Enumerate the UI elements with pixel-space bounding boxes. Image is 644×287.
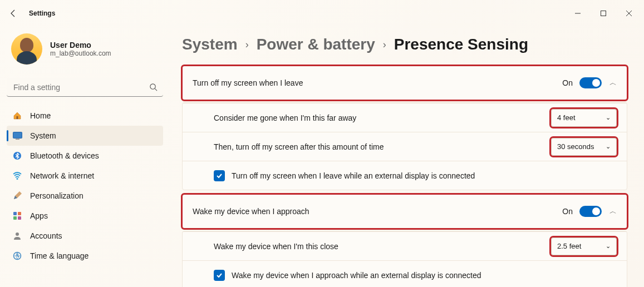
breadcrumb-power[interactable]: Power & battery: [257, 36, 375, 53]
maximize-button[interactable]: [591, 4, 616, 22]
breadcrumb-system[interactable]: System: [182, 36, 238, 53]
checkbox-label: Turn off my screen when I leave while an…: [232, 171, 475, 180]
toggle-leave[interactable]: [579, 77, 602, 88]
chevron-down-icon: ⌄: [606, 243, 611, 250]
svg-rect-9: [13, 216, 17, 220]
close-button[interactable]: [616, 4, 642, 22]
svg-rect-7: [13, 212, 17, 215]
network-icon: [12, 171, 22, 181]
sidebar-item-label: System: [30, 131, 56, 140]
bluetooth-icon: [12, 151, 22, 161]
svg-rect-4: [16, 139, 19, 140]
user-profile[interactable]: User Demo m_lab@outlook.com: [7, 27, 163, 76]
checkbox-approach-external[interactable]: [214, 270, 225, 281]
svg-point-11: [16, 232, 19, 236]
chevron-down-icon: ⌄: [606, 143, 611, 150]
select-value: 30 seconds: [557, 142, 594, 151]
home-icon: [12, 111, 22, 121]
sidebar-item-label: Network & internet: [30, 171, 94, 180]
chevron-down-icon: ⌄: [606, 114, 611, 121]
checkbox-leave-external[interactable]: [214, 170, 225, 181]
select-leave-distance[interactable]: 4 feet ⌄: [551, 109, 617, 127]
toggle-state: On: [562, 78, 573, 87]
svg-rect-3: [13, 132, 22, 138]
setting-label: Wake my device when I approach: [193, 207, 562, 216]
user-email: m_lab@outlook.com: [50, 50, 111, 57]
window-title: Settings: [29, 9, 55, 17]
svg-point-1: [150, 84, 155, 89]
personalization-icon: [12, 191, 22, 201]
setting-sublabel: Consider me gone when I'm this far away: [214, 113, 551, 122]
svg-rect-10: [18, 216, 21, 220]
time-language-icon: [12, 251, 22, 261]
toggle-approach[interactable]: [579, 206, 602, 217]
sidebar-item-accounts[interactable]: Accounts: [7, 226, 163, 246]
sidebar-item-personalization[interactable]: Personalization: [7, 186, 163, 206]
svg-point-6: [17, 178, 18, 180]
setting-approach-external: Wake my device when I approach while an …: [183, 260, 627, 287]
sidebar-item-label: Apps: [30, 211, 48, 220]
chevron-up-icon[interactable]: ︿: [609, 78, 617, 88]
setting-approach-distance: Wake my device when I'm this close 2.5 f…: [183, 231, 627, 260]
select-value: 4 feet: [557, 113, 576, 122]
setting-approach-header[interactable]: Wake my device when I approach On ︿: [183, 195, 627, 228]
minimize-button[interactable]: [565, 4, 591, 22]
setting-label: Turn off my screen when I leave: [193, 78, 562, 87]
search-icon: [149, 83, 158, 93]
sidebar-item-system[interactable]: System: [7, 126, 163, 146]
chevron-right-icon: ›: [383, 39, 386, 51]
sidebar-item-home[interactable]: Home: [7, 106, 163, 126]
sidebar-item-time-language[interactable]: Time & language: [7, 246, 163, 266]
sidebar-item-label: Personalization: [30, 191, 83, 200]
toggle-state: On: [562, 207, 573, 216]
select-leave-timeout[interactable]: 30 seconds ⌄: [551, 138, 617, 156]
accounts-icon: [12, 231, 22, 241]
chevron-right-icon: ›: [245, 39, 249, 51]
setting-leave-distance: Consider me gone when I'm this far away …: [183, 103, 627, 132]
system-icon: [12, 131, 22, 141]
user-name: User Demo: [50, 41, 111, 50]
sidebar-item-label: Accounts: [30, 231, 62, 240]
svg-rect-0: [601, 11, 606, 16]
search-input[interactable]: [7, 78, 163, 97]
breadcrumb: System › Power & battery › Presence Sens…: [182, 36, 627, 53]
setting-leave-timeout: Then, turn off my screen after this amou…: [183, 132, 627, 161]
setting-sublabel: Wake my device when I'm this close: [214, 242, 551, 251]
setting-sublabel: Then, turn off my screen after this amou…: [214, 142, 551, 151]
back-button[interactable]: [2, 2, 24, 24]
sidebar-item-label: Bluetooth & devices: [30, 151, 99, 160]
setting-leave-header[interactable]: Turn off my screen when I leave On ︿: [183, 66, 627, 100]
select-value: 2.5 feet: [557, 242, 581, 250]
svg-rect-2: [17, 116, 18, 119]
sidebar-item-label: Time & language: [30, 251, 89, 260]
avatar: [11, 33, 42, 65]
sidebar-item-network[interactable]: Network & internet: [7, 166, 163, 186]
breadcrumb-current: Presence Sensing: [394, 36, 528, 53]
apps-icon: [12, 211, 22, 221]
sidebar-item-bluetooth[interactable]: Bluetooth & devices: [7, 146, 163, 166]
svg-rect-8: [18, 212, 21, 215]
sidebar-item-label: Home: [30, 111, 51, 120]
setting-leave-external: Turn off my screen when I leave while an…: [183, 161, 627, 190]
chevron-up-icon[interactable]: ︿: [609, 206, 617, 216]
checkbox-label: Wake my device when I approach while an …: [232, 271, 481, 280]
sidebar-item-apps[interactable]: Apps: [7, 206, 163, 226]
select-approach-distance[interactable]: 2.5 feet ⌄: [551, 237, 617, 255]
